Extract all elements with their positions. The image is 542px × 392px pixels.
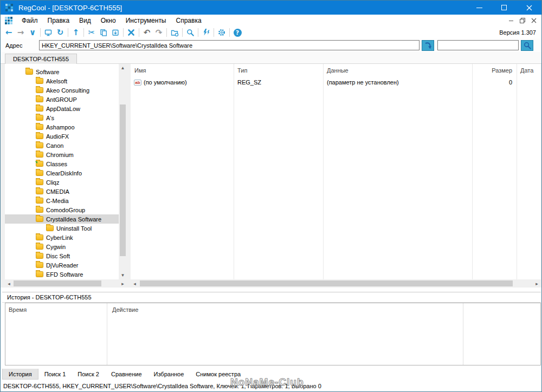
bottom-tab-поиск-1[interactable]: Поиск 1 [38,369,72,380]
quick-search-input[interactable] [437,40,519,50]
column-separator[interactable] [323,64,324,279]
tree-horizontal-scrollbar[interactable]: ◂ ▸ [5,279,127,288]
tree-item-crystalidea-software[interactable]: CrystalIdea Software [5,214,119,224]
tree-item-ashampoo[interactable]: Ashampoo [5,122,119,132]
mdi-minimize-button[interactable] [506,17,515,25]
back-button[interactable]: ← [3,27,15,38]
tree-item-a-s[interactable]: A's [5,113,119,122]
cut-button[interactable]: ✂ [86,27,98,38]
bottom-tab-снимок-реестра[interactable]: Снимок реестра [190,369,247,380]
folder-icon [36,271,43,277]
tree-item-software[interactable]: Software [5,67,119,76]
menu-файл[interactable]: Файл [17,15,43,26]
tree-item-c-media[interactable]: C-Media [5,196,119,205]
session-tab-desktop[interactable]: DESKTOP-6CTH555 [5,54,77,64]
value-name-cell[interactable]: ab(по умолчанию) [134,78,187,87]
tree-item-efd-software[interactable]: EFD Software [5,270,119,279]
tree-item-akeo-consulting[interactable]: Akeo Consulting [5,86,119,95]
paste-button[interactable] [109,27,121,38]
scroll-left-icon[interactable]: ◂ [131,279,139,288]
compare-button[interactable] [200,27,212,38]
address-input[interactable] [39,40,420,50]
column-separator[interactable] [517,64,517,279]
minimize-button[interactable] [467,1,492,15]
bottom-tab-избранное[interactable]: Избранное [148,369,190,380]
close-icon [526,5,532,11]
column-header-дата[interactable]: Дата [520,67,533,76]
mdi-close-button[interactable] [529,17,538,25]
tree-item-classes[interactable]: Classes [5,159,119,168]
bottom-tab-поиск-2[interactable]: Поиск 2 [72,369,105,380]
computer-button[interactable] [42,27,54,38]
tree-item-cyberlink[interactable]: CyberLink [5,233,119,242]
tree-item-uninstall-tool[interactable]: Uninstall Tool [5,224,119,233]
tree-hscroll-thumb[interactable] [14,280,101,286]
menu-инструменты[interactable]: Инструменты [121,15,171,26]
up-button[interactable]: ↑ [70,27,82,38]
column-header-размер[interactable]: Размер [472,67,512,76]
help-button[interactable]: ? [231,27,243,38]
tree-item-label: Cliqz [46,179,59,186]
tree-item-appdatalow[interactable]: AppDataLow [5,104,119,113]
refresh-button[interactable]: ↻ [54,27,66,38]
column-header-тип[interactable]: Тип [237,67,247,76]
redo-button[interactable]: ↷ [153,27,165,38]
tree-item-disc-soft[interactable]: Disc Soft [5,251,119,260]
forward-button[interactable]: → [15,27,27,38]
tree-item-cygwin[interactable]: Cygwin [5,242,119,251]
tree-item-audiofx[interactable]: AudioFX [5,132,119,141]
column-header-данные[interactable]: Данные [327,67,349,76]
tree-item-canon[interactable]: Canon [5,141,119,150]
menu-вид[interactable]: Вид [74,15,96,26]
tree-item-cleardiskinfo[interactable]: ClearDiskInfo [5,168,119,178]
tree-item-cliqz[interactable]: Cliqz [5,178,119,187]
list-hscroll-thumb[interactable] [140,280,513,286]
scroll-left-icon[interactable]: ◂ [5,279,13,288]
menu-окно[interactable]: Окно [96,15,121,26]
tree-item-label: AntGROUP [46,96,77,103]
expand-button[interactable]: ∨ [27,27,38,38]
tree-item-label: EFD Software [46,271,83,278]
scroll-right-icon[interactable]: ▸ [533,279,541,288]
delete-button[interactable] [125,27,137,38]
column-separator[interactable] [472,64,473,279]
close-button[interactable] [517,1,541,15]
search-button[interactable] [184,27,196,38]
tree-item-chromium[interactable]: Chromium [5,150,119,159]
go-button[interactable] [422,40,434,51]
tree-item-cmedia[interactable]: CMEDIA [5,187,119,196]
tree-item-comodogroup[interactable]: ComodoGroup [5,205,119,214]
bottom-tab-сравнение[interactable]: Сравнение [105,369,148,380]
history-column-time[interactable]: Время [9,306,27,313]
column-separator[interactable] [234,64,234,279]
menu-справка[interactable]: Справка [171,15,207,26]
value-data-cell[interactable]: (параметр не установлен) [327,78,399,87]
quick-search-button[interactable] [521,40,533,51]
scroll-up-icon[interactable]: ▲ [119,64,127,72]
tree-vertical-scrollbar[interactable]: ▲ ▼ [119,64,127,279]
history-column-separator[interactable] [107,303,107,365]
tree-vscroll-thumb[interactable] [120,104,126,256]
scroll-down-icon[interactable]: ▼ [119,271,127,279]
scroll-right-icon[interactable]: ▸ [119,279,127,288]
menu-правка[interactable]: Правка [43,15,75,26]
value-size-cell[interactable]: 0 [472,78,512,87]
undo-button[interactable]: ↶ [141,27,153,38]
list-horizontal-scrollbar[interactable]: ◂ ▸ [131,279,541,288]
bottom-tab-история[interactable]: История [2,369,38,380]
mdi-restore-button[interactable] [518,17,527,25]
settings-button[interactable] [216,27,228,38]
app-window: RegCool - [DESKTOP-6CTH555] ФайлПравкаВи… [0,0,542,392]
copy-button[interactable] [98,27,109,38]
value-type-cell[interactable]: REG_SZ [237,78,261,87]
column-header-имя[interactable]: Имя [134,67,146,76]
new-key-button[interactable] [169,27,180,38]
tree-item-akelsoft[interactable]: Akelsoft [5,76,119,86]
tree-item-antgroup[interactable]: AntGROUP [5,95,119,104]
tree-item-djvureader[interactable]: DjVuReader [5,260,119,270]
history-column-separator[interactable] [463,303,463,365]
history-column-action[interactable]: Действие [112,306,138,313]
tree-item-label: CyberLink [46,234,73,241]
maximize-button[interactable] [492,1,517,15]
status-bar: DESKTOP-6CTH555, HKEY_CURRENT_USER\Softw… [1,380,541,392]
